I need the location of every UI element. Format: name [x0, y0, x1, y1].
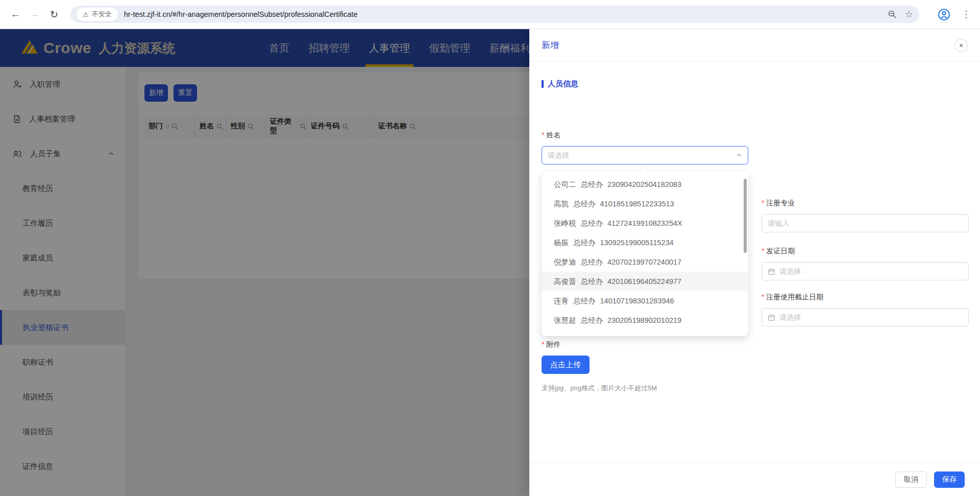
zoom-out-icon[interactable]: [888, 10, 897, 19]
option-name: 高凯: [554, 199, 569, 209]
calendar-icon: [768, 314, 775, 321]
major-input[interactable]: [768, 219, 963, 227]
dropdown-option[interactable]: 杨振总经办130925199005115234: [542, 233, 748, 252]
name-select[interactable]: [542, 146, 748, 164]
option-name: 张慧超: [554, 316, 576, 325]
major-label: 注册专业: [762, 199, 969, 209]
name-dropdown: 公司二总经办230904202504182083高凯总经办41018519851…: [542, 172, 748, 336]
option-department: 总经办: [581, 257, 603, 267]
option-id-number: 410185198512233513: [600, 200, 674, 208]
expiry-date-input[interactable]: [779, 313, 963, 321]
bookmark-star-icon[interactable]: ☆: [905, 9, 913, 20]
close-icon[interactable]: ×: [954, 39, 968, 52]
option-department: 总经办: [581, 180, 603, 190]
option-name: 公司二: [554, 180, 576, 190]
option-id-number: 130925199005115234: [600, 239, 674, 247]
option-id-number: 420702199707240017: [607, 258, 681, 266]
section-bar: [542, 80, 544, 88]
forward-icon[interactable]: →: [28, 9, 42, 20]
name-select-input[interactable]: [548, 151, 732, 159]
option-department: 总经办: [573, 199, 596, 209]
screen: ← → ↻ ⚠ 不安全 hr-test.zjf-it.cn/#/hr-anage…: [0, 0, 980, 496]
security-label: 不安全: [92, 10, 112, 19]
option-department: 总经办: [581, 219, 603, 228]
security-chip[interactable]: ⚠ 不安全: [77, 8, 118, 21]
option-id-number: 420106196405224977: [607, 277, 681, 286]
address-bar[interactable]: ⚠ 不安全 hr-test.zjf-it.cn/#/hr-anagement/p…: [70, 6, 919, 23]
option-department: 总经办: [581, 316, 603, 325]
option-id-number: 41272419910823254X: [607, 219, 682, 227]
cancel-button[interactable]: 取消: [895, 471, 927, 488]
name-label: 姓名: [542, 131, 748, 141]
section-person-info: 人员信息: [542, 79, 578, 89]
back-icon[interactable]: ←: [8, 9, 22, 20]
expiry-date-label: 注册使用截止日期: [762, 293, 969, 303]
dropdown-option[interactable]: 张峥税总经办41272419910823254X: [542, 214, 748, 233]
upload-hint: 支持jpg、png格式，图片大小不超过5M: [542, 384, 657, 393]
drawer-title: 新增: [542, 39, 559, 51]
option-id-number: 230904202504182083: [607, 180, 681, 188]
add-record-drawer: 新增 × 人员信息 姓名 注册专业: [529, 29, 980, 496]
drawer-header: 新增 ×: [529, 29, 980, 62]
browser-menu-icon[interactable]: ⋮: [961, 9, 972, 20]
reload-icon[interactable]: ↻: [47, 9, 61, 20]
major-input-wrap: [762, 214, 969, 232]
dropdown-option[interactable]: 连青总经办140107198301283946: [542, 291, 748, 311]
option-department: 总经办: [581, 277, 603, 287]
dropdown-option[interactable]: 倪梦迪总经办420702199707240017: [542, 252, 748, 272]
dropdown-option[interactable]: 公司二总经办230904202504182083: [542, 175, 748, 194]
dropdown-list: 公司二总经办230904202504182083高凯总经办41018519851…: [542, 175, 748, 330]
url-text[interactable]: hr-test.zjf-it.cn/#/hr-anagement/personn…: [124, 10, 879, 18]
chevron-up-icon: [736, 152, 742, 158]
attachment-label: 附件: [542, 340, 748, 350]
browser-toolbar: ← → ↻ ⚠ 不安全 hr-test.zjf-it.cn/#/hr-anage…: [0, 0, 980, 29]
drawer-footer: 取消 保存: [529, 462, 980, 496]
option-id-number: 140107198301283946: [600, 297, 674, 305]
option-name: 杨振: [554, 238, 569, 248]
dropdown-option[interactable]: 高凯总经办410185198512233513: [542, 194, 748, 214]
upload-button[interactable]: 点击上传: [542, 356, 590, 374]
option-department: 总经办: [573, 296, 596, 306]
dropdown-option[interactable]: 张慧超总经办230205198902010219: [542, 311, 748, 330]
field-expiry-date: 注册使用截止日期: [762, 293, 969, 326]
option-name: 倪梦迪: [554, 257, 576, 267]
dropdown-scrollbar[interactable]: [744, 179, 747, 253]
field-major: 注册专业: [762, 199, 969, 232]
dropdown-option[interactable]: 高俊普总经办420106196405224977: [542, 272, 748, 291]
option-department: 总经办: [573, 238, 596, 248]
drawer-body: 人员信息 姓名 注册专业 发证日期: [529, 62, 980, 462]
section-title: 人员信息: [548, 79, 578, 89]
profile-icon[interactable]: [938, 8, 950, 21]
warning-icon: ⚠: [83, 11, 89, 18]
option-name: 张峥税: [554, 219, 576, 228]
field-name: 姓名: [542, 131, 748, 164]
field-issue-date: 发证日期: [762, 247, 969, 280]
expiry-date-picker[interactable]: [762, 308, 969, 326]
issue-date-input[interactable]: [779, 267, 963, 275]
issue-date-label: 发证日期: [762, 247, 969, 257]
option-name: 连青: [554, 296, 569, 306]
option-name: 高俊普: [554, 277, 576, 287]
calendar-icon: [768, 268, 775, 275]
field-attachment: 附件 点击上传: [542, 340, 748, 374]
save-button[interactable]: 保存: [934, 471, 965, 488]
issue-date-picker[interactable]: [762, 262, 969, 280]
option-id-number: 230205198902010219: [607, 316, 681, 324]
